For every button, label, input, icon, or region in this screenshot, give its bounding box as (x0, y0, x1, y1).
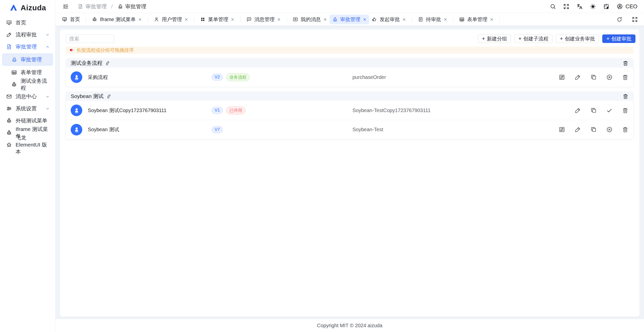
stamp-icon (332, 17, 338, 22)
pencil-icon (6, 32, 12, 38)
collapse-sidebar-icon[interactable] (62, 3, 69, 10)
sidebar-item-label: 飞龙 ElementUI 版本 (16, 134, 51, 155)
sidebar-item-test-business-flow[interactable]: 测试业务流程 (0, 78, 55, 90)
user-menu[interactable]: CEO (616, 3, 637, 10)
create-subprocess-button[interactable]: 创建子流程 (514, 34, 552, 43)
main-column: 审批管理 审批管理 CEO (55, 0, 644, 332)
tab-pending-approval[interactable]: 待审批 (415, 15, 450, 24)
tab-separator (240, 17, 240, 22)
sidebar-item-process-approval[interactable]: 流程审批 (0, 29, 55, 41)
new-group-button[interactable]: 新建分组 (478, 34, 511, 43)
delete-icon[interactable] (622, 107, 629, 114)
edit-icon[interactable] (574, 107, 581, 114)
tab-label: 消息管理 (254, 16, 274, 23)
logo[interactable]: Aizuda (0, 0, 55, 16)
refresh-icon[interactable] (616, 16, 623, 23)
workflow-identity: 采购流程 (71, 71, 212, 83)
sidebar-item-label: 测试业务流程 (21, 77, 51, 91)
workflow-settings-icon[interactable] (558, 126, 565, 133)
tab-home[interactable]: 首页 (59, 15, 83, 24)
sidebar-item-system-settings[interactable]: 系统设置 (0, 103, 55, 115)
sliders-icon (6, 106, 12, 112)
sidebar-item-label: 首页 (16, 19, 26, 26)
delete-group-icon[interactable] (622, 60, 629, 66)
delete-icon[interactable] (622, 126, 629, 133)
person-bust-icon (73, 74, 80, 81)
close-icon[interactable] (444, 18, 447, 21)
tab-user-mgmt[interactable]: 用户管理 (151, 15, 191, 24)
maximize-icon[interactable] (632, 16, 638, 23)
fullscreen-icon[interactable] (563, 3, 570, 10)
edit-group-icon[interactable] (106, 94, 111, 99)
disable-icon[interactable] (606, 74, 613, 81)
theme-sun-icon[interactable] (590, 3, 596, 10)
edit-group-icon[interactable] (105, 61, 110, 66)
close-icon[interactable] (490, 18, 494, 21)
thumb-icon (372, 17, 377, 22)
create-approval-button[interactable]: 创建审批 (602, 34, 635, 43)
tab-separator (148, 17, 148, 22)
edit-icon[interactable] (574, 126, 581, 133)
sidebar-item-message-center[interactable]: 消息中心 (0, 90, 55, 103)
workflow-identity: Soybean 测试 (71, 124, 212, 135)
breadcrumb-parent[interactable]: 审批管理 (77, 3, 107, 10)
sidebar-item-home[interactable]: 首页 (0, 17, 55, 29)
top-header: 审批管理 审批管理 CEO (55, 0, 644, 13)
close-icon[interactable] (363, 18, 367, 21)
document-icon (6, 44, 12, 50)
search-input[interactable] (66, 34, 114, 43)
edit-icon[interactable] (574, 74, 581, 81)
copy-icon[interactable] (590, 126, 597, 133)
delete-icon[interactable] (622, 74, 629, 81)
sidebar-item-approval-mgmt[interactable]: 审批管理 (0, 41, 55, 53)
bug-icon (6, 130, 12, 136)
mail-icon (293, 17, 298, 22)
tab-start-approval[interactable]: 发起审批 (369, 15, 409, 24)
copy-icon[interactable] (590, 74, 597, 81)
workflow-row[interactable]: Soybean 测试 V7 Soybean-Test (66, 120, 633, 139)
search-icon[interactable] (550, 3, 556, 10)
person-bust-icon (73, 126, 80, 133)
button-label: 创建子流程 (523, 35, 548, 42)
tab-form-mgmt[interactable]: 表单管理 (457, 15, 496, 24)
tab-iframe-test-menu[interactable]: Iframe 测试菜单 (89, 15, 144, 24)
tab-approval-mgmt[interactable]: 审批管理 (330, 15, 369, 24)
workflow-identity: Soybean 测试Copy1723767903111 (71, 105, 212, 116)
close-icon[interactable] (184, 18, 188, 21)
chevron-down-icon (45, 107, 51, 111)
close-icon[interactable] (277, 18, 281, 21)
copy-icon[interactable] (590, 107, 597, 114)
tab-menu-mgmt[interactable]: 菜单管理 (197, 15, 237, 24)
workflow-row[interactable]: 采购流程 V2 业务流程 purchaseOrder (66, 68, 633, 87)
tab-separator (499, 17, 500, 22)
close-icon[interactable] (402, 18, 406, 21)
workflow-row[interactable]: Soybean 测试Copy1723767903111 V1 已停用 Soybe… (66, 101, 633, 120)
sidebar-item-approval-mgmt-sub[interactable]: 审批管理 (2, 53, 53, 66)
banner-text: 长按流程或分组可拖拽排序 (76, 47, 134, 54)
tab-label: 表单管理 (467, 16, 487, 23)
close-icon[interactable] (323, 18, 327, 21)
page-style-icon[interactable] (603, 3, 610, 10)
delete-group-icon[interactable] (622, 93, 629, 100)
tab-label: 待审批 (426, 16, 441, 23)
sidebar-item-feilong-elementui[interactable]: 飞龙 ElementUI 版本 (0, 139, 55, 151)
disable-icon[interactable] (606, 126, 613, 133)
tabs: 首页 Iframe 测试菜单 用户管理 菜单管理 (59, 15, 611, 24)
language-icon[interactable] (576, 3, 583, 10)
tab-my-messages[interactable]: 我的消息 (290, 15, 330, 24)
close-icon[interactable] (231, 18, 234, 21)
sidebar-item-external-test-menu[interactable]: 外链测试菜单 (0, 115, 55, 127)
enable-icon[interactable] (606, 107, 613, 114)
workflow-settings-icon[interactable] (558, 74, 565, 81)
avatar (71, 105, 82, 116)
workflow-badges: V1 已停用 (212, 107, 352, 114)
tab-message-mgmt[interactable]: 消息管理 (244, 15, 283, 24)
breadcrumb-current[interactable]: 审批管理 (117, 3, 146, 10)
tab-bar-actions (616, 16, 638, 23)
version-badge: V7 (212, 126, 223, 133)
content-area: 新建分组 创建子流程 创建业务审批 创建审批 (55, 26, 644, 332)
sidebar-item-form-mgmt[interactable]: 表单管理 (0, 66, 55, 78)
create-business-approval-button[interactable]: 创建业务审批 (556, 34, 599, 43)
row-actions (558, 126, 629, 133)
close-icon[interactable] (138, 18, 142, 21)
